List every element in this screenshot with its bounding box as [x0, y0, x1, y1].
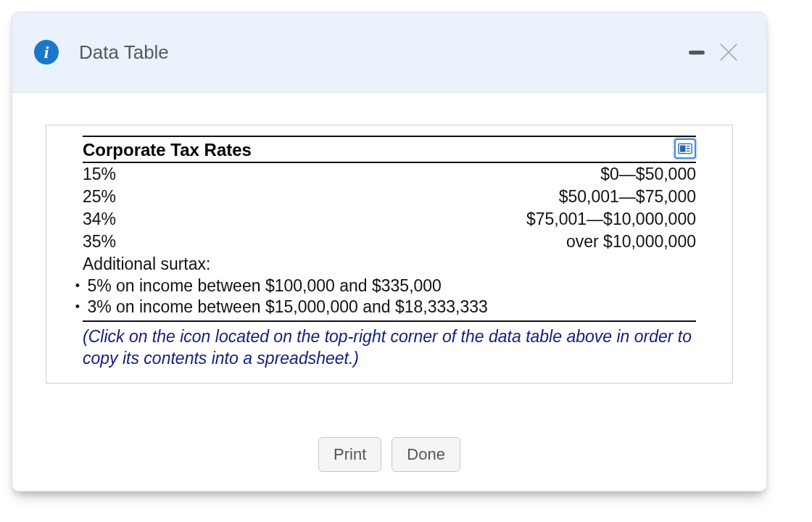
dialog-body: Corporate Tax Rates 15% $0—$50,000: [12, 93, 766, 384]
rate-value: 35%: [83, 232, 170, 252]
minimize-icon[interactable]: [681, 36, 713, 68]
done-button[interactable]: Done: [392, 437, 460, 472]
rate-value: 15%: [83, 165, 170, 184]
svg-rect-4: [680, 145, 686, 152]
help-note: (Click on the icon located on the top-ri…: [83, 326, 696, 370]
svg-rect-0: [689, 51, 705, 54]
rate-bracket: $0—$50,000: [170, 165, 696, 184]
table-title: Corporate Tax Rates: [83, 140, 674, 160]
print-button[interactable]: Print: [318, 437, 381, 472]
copy-to-spreadsheet-icon[interactable]: [674, 138, 696, 159]
surtax-label: Additional surtax:: [83, 253, 696, 276]
data-table: Corporate Tax Rates 15% $0—$50,000: [83, 136, 696, 322]
surtax-text: 3% on income between $15,000,000 and $18…: [87, 297, 487, 316]
surtax-line: • 3% on income between $15,000,000 and $…: [72, 297, 696, 318]
surtax-text: 5% on income between $100,000 and $335,0…: [87, 276, 442, 295]
dialog-card: i Data Table Corporate Tax Rates: [12, 12, 767, 492]
table-row: 25% $50,001—$75,000: [83, 186, 696, 208]
table-row: 34% $75,001—$10,000,000: [83, 208, 696, 231]
rate-bracket: $50,001—$75,000: [170, 187, 696, 207]
dialog-footer: Print Done: [12, 437, 766, 472]
rate-value: 25%: [83, 187, 170, 207]
surtax-line: • 5% on income between $100,000 and $335…: [72, 276, 696, 297]
info-icon: i: [34, 40, 59, 65]
rate-bracket: over $10,000,000: [170, 232, 696, 252]
close-icon[interactable]: [713, 36, 745, 68]
table-row: 15% $0—$50,000: [83, 163, 696, 186]
rate-bracket: $75,001—$10,000,000: [170, 210, 696, 229]
table-row: 35% over $10,000,000: [83, 231, 696, 253]
data-table-panel: Corporate Tax Rates 15% $0—$50,000: [46, 125, 733, 384]
dialog-header: i Data Table: [12, 12, 766, 93]
dialog-title: Data Table: [79, 41, 169, 64]
rate-value: 34%: [83, 210, 170, 229]
